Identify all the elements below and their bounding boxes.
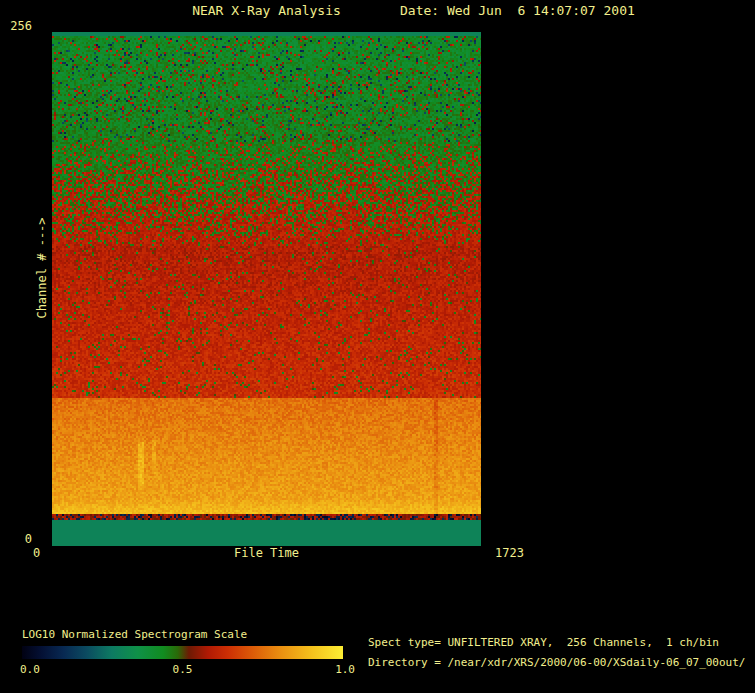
- directory-line: Directory = /near/xdr/XRS/2000/06-00/XSd…: [368, 657, 746, 669]
- x-axis-title: File Time: [52, 547, 481, 560]
- y-axis-max-tick: 256: [6, 20, 32, 33]
- colorbar-tick-max: 1.0: [335, 664, 355, 676]
- xray-analysis-window: NEAR X-Ray Analysis Date: Wed Jun 6 14:0…: [0, 0, 755, 693]
- colorbar-title: LOG10 Normalized Spectrogram Scale: [22, 629, 247, 641]
- spectrogram-canvas: [52, 32, 481, 546]
- colorbar-gradient: [22, 646, 343, 659]
- x-axis-max-tick: 1723: [495, 547, 524, 560]
- y-axis-title: Channel # --->: [36, 217, 49, 318]
- colorbar-ticks: 0.0 0.5 1.0: [22, 664, 343, 678]
- x-axis-min-tick: 0: [33, 547, 40, 560]
- y-axis-min-tick: 0: [6, 533, 32, 546]
- colorbar-tick-mid: 0.5: [22, 664, 343, 676]
- spectrogram-plot: [52, 32, 481, 546]
- date-label: Date: Wed Jun 6 14:07:07 2001: [400, 4, 635, 18]
- spect-type-line: Spect type= UNFILTERED XRAY, 256 Channel…: [368, 637, 719, 649]
